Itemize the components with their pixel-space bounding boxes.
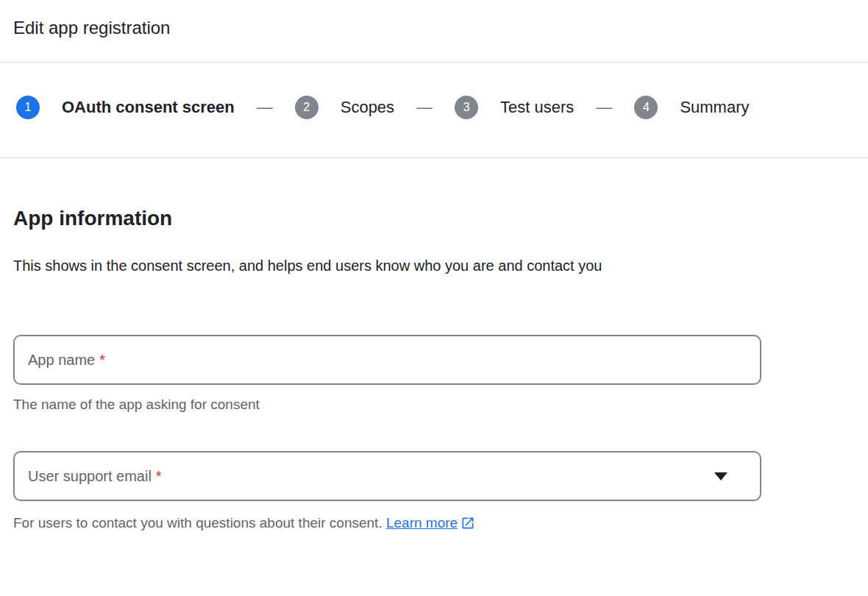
page-title: Edit app registration	[13, 16, 850, 40]
step-separator: —	[257, 98, 273, 117]
step-2-label: Scopes	[341, 98, 394, 117]
app-name-field[interactable]: App name *	[13, 335, 761, 385]
user-support-email-label: User support email	[28, 468, 152, 485]
page-header: Edit app registration	[0, 0, 868, 40]
learn-more-link-text: Learn more	[386, 514, 458, 532]
edit-app-registration-page: Edit app registration 1 OAuth consent sc…	[0, 0, 868, 532]
external-link-icon	[460, 516, 475, 531]
learn-more-link[interactable]: Learn more	[386, 514, 475, 532]
user-support-email-select[interactable]: User support email *	[13, 451, 761, 501]
user-support-email-helper: For users to contact you with questions …	[13, 514, 850, 532]
app-name-helper: The name of the app asking for consent	[13, 396, 850, 414]
step-summary[interactable]: 4 Summary	[634, 96, 749, 119]
dropdown-arrow-icon	[714, 472, 728, 480]
step-scopes[interactable]: 2 Scopes	[295, 96, 394, 119]
user-support-email-helper-text: For users to contact you with questions …	[13, 515, 383, 531]
user-support-email-required-asterisk: *	[156, 468, 162, 485]
step-oauth-consent-screen[interactable]: 1 OAuth consent screen	[16, 96, 235, 119]
step-1-badge: 1	[16, 96, 40, 119]
section-description: This shows in the consent screen, and he…	[13, 251, 609, 280]
step-2-number: 2	[303, 101, 310, 114]
section-heading: App information	[13, 205, 850, 232]
step-3-label: Test users	[500, 98, 574, 117]
step-1-number: 1	[25, 101, 32, 114]
step-3-number: 3	[463, 101, 470, 114]
stepper: 1 OAuth consent screen — 2 Scopes — 3 Te…	[0, 96, 868, 119]
header-divider	[0, 62, 868, 63]
step-separator: —	[596, 98, 612, 117]
step-4-label: Summary	[680, 98, 749, 117]
app-information-section: App information This shows in the consen…	[0, 205, 868, 532]
step-3-badge: 3	[455, 96, 478, 119]
app-name-label: App name	[28, 352, 95, 369]
step-2-badge: 2	[295, 96, 319, 119]
step-test-users[interactable]: 3 Test users	[455, 96, 574, 119]
stepper-divider	[0, 157, 868, 158]
step-4-badge: 4	[634, 96, 658, 119]
step-1-label: OAuth consent screen	[62, 98, 235, 117]
app-name-required-asterisk: *	[99, 352, 105, 369]
step-separator: —	[416, 98, 433, 117]
step-4-number: 4	[643, 101, 650, 114]
